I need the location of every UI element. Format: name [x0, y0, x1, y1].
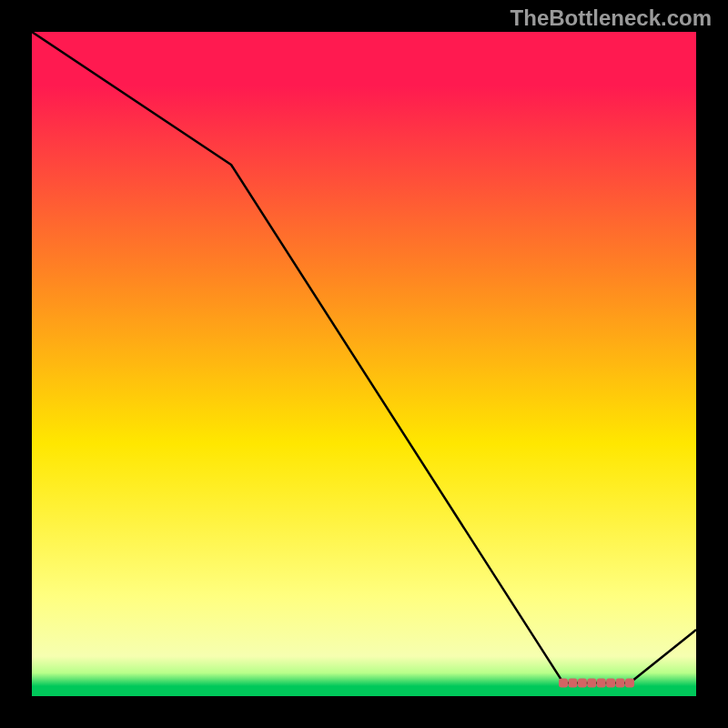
optimal-marker — [568, 678, 577, 687]
optimal-marker — [587, 678, 596, 687]
attribution-text: TheBottleneck.com — [511, 5, 712, 31]
chart-plot — [32, 32, 696, 696]
chart-svg — [32, 32, 696, 696]
optimal-marker — [578, 678, 587, 687]
optimal-marker — [616, 678, 625, 687]
optimal-marker — [625, 678, 634, 687]
optimal-marker — [597, 678, 606, 687]
optimal-marker — [606, 678, 615, 687]
chart-background — [32, 32, 696, 696]
optimal-marker — [559, 678, 568, 687]
chart-stage: TheBottleneck.com — [0, 0, 728, 728]
